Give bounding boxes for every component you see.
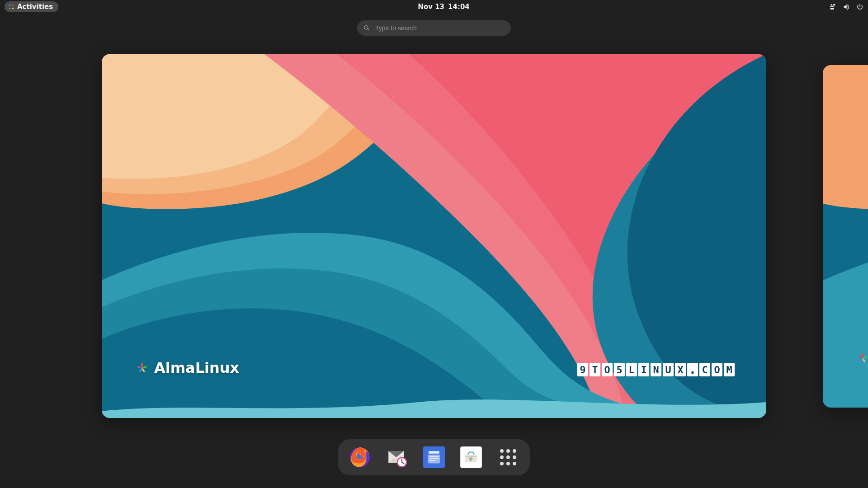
clock[interactable]: Nov 13 14:04	[418, 3, 469, 11]
grid-icon	[500, 449, 516, 465]
os-brand: AlmaLinux	[855, 350, 868, 366]
svg-rect-13	[429, 458, 439, 459]
workspace-thumbnail-next[interactable]: AlmaLinux	[823, 65, 868, 408]
watermark-char: T	[590, 363, 600, 376]
firefox-icon	[349, 446, 371, 469]
dock-app-firefox[interactable]	[348, 446, 372, 469]
overview-search[interactable]	[357, 20, 511, 36]
svg-rect-14	[429, 460, 436, 461]
clock-time: 14:04	[448, 3, 470, 11]
svg-point-1	[12, 5, 14, 6]
clock-date: Nov 13	[418, 3, 444, 11]
activities-label: Activities	[17, 3, 53, 11]
watermark-char: 9	[577, 363, 588, 376]
os-name: AlmaLinux	[154, 359, 239, 376]
audio-volume-icon	[843, 3, 850, 10]
almalinux-logo-icon	[134, 360, 150, 375]
watermark-char: O	[602, 363, 613, 376]
dock-show-applications[interactable]	[496, 446, 520, 469]
watermark-char: I	[638, 363, 649, 376]
watermark-char: N	[651, 363, 661, 376]
search-icon	[363, 25, 370, 31]
watermark-char: M	[724, 363, 735, 376]
software-icon	[460, 446, 482, 468]
almalinux-logo-icon	[855, 351, 868, 365]
top-bar: Activities Nov 13 14:04	[0, 0, 868, 14]
watermark-char: X	[675, 363, 686, 376]
activities-icon	[8, 4, 14, 10]
activities-button[interactable]: Activities	[5, 1, 58, 12]
dock-app-files[interactable]	[422, 446, 446, 469]
mail-clock-icon	[386, 446, 408, 469]
svg-rect-12	[429, 456, 439, 457]
workspace-thumbnail-main[interactable]: AlmaLinux 9TO5LINUX.COM	[102, 54, 766, 418]
status-area[interactable]	[829, 3, 863, 10]
watermark-char: O	[712, 363, 722, 376]
svg-point-2	[9, 8, 11, 9]
watermark-char: .	[687, 363, 698, 376]
dock-app-software[interactable]	[459, 446, 483, 469]
dash-dock	[338, 439, 530, 475]
files-icon	[423, 446, 445, 468]
watermark-char: L	[626, 363, 637, 376]
dock-app-mail[interactable]	[385, 446, 409, 469]
svg-rect-10	[429, 451, 439, 454]
search-input[interactable]	[374, 24, 505, 32]
watermark-char: C	[699, 363, 710, 376]
power-icon	[856, 3, 863, 10]
network-wired-icon	[829, 3, 836, 10]
watermark-char: 5	[614, 363, 625, 376]
svg-point-3	[12, 8, 14, 9]
svg-point-0	[9, 5, 11, 6]
watermark-char: U	[663, 363, 674, 376]
watermark-9to5linux: 9TO5LINUX.COM	[577, 363, 735, 376]
os-brand: AlmaLinux	[134, 359, 239, 376]
